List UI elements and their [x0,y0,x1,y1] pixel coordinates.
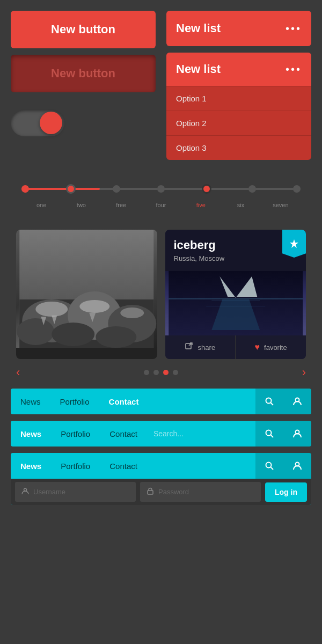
navbar-3-news[interactable]: News [11,454,51,478]
navbar-3: News Portfolio Contact [11,453,311,505]
navbar-1-news[interactable]: News [11,390,50,414]
svg-point-6 [52,323,94,346]
navbar-3-user-btn[interactable] [283,453,311,479]
list-simple[interactable]: New list ••• [166,11,311,46]
list-dropdown-dots: ••• [286,63,302,76]
toggle-thumb [40,112,62,134]
navbar-2-portfolio[interactable]: Portfolio [51,422,100,446]
navbar-1: News Portfolio Contact [11,389,311,414]
share-icon [185,342,194,353]
navbar-3-portfolio[interactable]: Portfolio [51,454,100,478]
svg-rect-14 [169,298,303,299]
secondary-button[interactable]: New button [11,55,156,92]
navbar-2-search-btn[interactable] [255,421,283,447]
list-option-1[interactable]: Option 1 [166,86,311,111]
location-card: iceberg Russia, Moscow [165,230,306,359]
slider-label-five: five [181,202,221,208]
photo-card [16,230,157,359]
navbar-1-search-btn[interactable] [255,389,283,414]
carousel-dot-1[interactable] [144,370,149,375]
svg-line-20 [271,403,274,406]
login-button[interactable]: Log in [265,482,307,502]
slider-label-free: free [101,202,141,208]
location-image [165,271,306,335]
svg-point-7 [96,326,136,348]
nav-section: News Portfolio Contact News Portfolio C [11,389,311,505]
carousel-dot-2[interactable] [153,370,159,375]
username-field[interactable] [15,482,136,502]
user-icon [21,487,29,496]
navbar-2-search-input[interactable] [147,429,255,438]
list-dropdown: New list ••• Option 1 Option 2 Option 3 [166,53,311,160]
svg-point-8 [35,302,68,317]
location-subtitle: Russia, Moscow [174,254,298,262]
svg-rect-17 [206,306,265,306]
cards-section: iceberg Russia, Moscow [11,230,311,359]
svg-point-5 [17,318,54,345]
list-dropdown-header[interactable]: New list ••• [166,53,311,86]
location-card-top: iceberg Russia, Moscow [165,230,306,271]
primary-button[interactable]: New button [11,11,156,48]
svg-line-23 [271,435,274,438]
list-dropdown-title: New list [176,62,221,76]
favorite-label: favorite [264,343,287,352]
svg-rect-29 [148,491,153,494]
svg-point-10 [120,308,144,318]
slider-label-one: one [21,202,61,208]
location-title: iceberg [174,238,298,252]
password-input[interactable] [158,488,254,496]
navbar-2-contact[interactable]: Contact [100,422,147,446]
navbar-2: News Portfolio Contact [11,421,311,447]
navbar-1-contact[interactable]: Contact [99,390,149,414]
carousel-dot-4[interactable] [173,370,178,375]
slider-label-seven: seven [261,202,301,208]
share-label: share [198,343,216,352]
username-input[interactable] [33,488,129,496]
list-option-3[interactable]: Option 3 [166,135,311,160]
navbar-3-search-btn[interactable] [255,453,283,479]
carousel-next[interactable]: › [302,365,306,379]
slider-dot-7[interactable] [293,185,301,193]
navbar-1-portfolio[interactable]: Portfolio [50,390,99,414]
slider-dot-3[interactable] [113,185,120,193]
svg-marker-11 [290,239,298,248]
slider-dot-4[interactable] [157,185,165,193]
slider-section: one two free four five six seven [11,176,311,214]
location-bookmark[interactable] [282,230,306,258]
svg-rect-16 [211,301,260,301]
navbar-3-bottom: Log in [11,479,311,505]
slider-dot-1[interactable] [21,185,29,193]
slider-label-two: two [61,202,101,208]
toggle-switch[interactable] [11,109,64,136]
svg-point-22 [266,430,272,436]
photo-card-image [16,230,157,348]
navbar-1-user-btn[interactable] [283,389,311,414]
carousel-nav: ‹ › [11,370,311,375]
carousel-prev[interactable]: ‹ [16,365,20,379]
navbar-2-user-btn[interactable] [283,421,311,447]
svg-point-19 [266,398,272,404]
svg-point-9 [79,300,109,313]
slider-dot-6[interactable] [248,185,256,193]
carousel-dot-3[interactable] [163,370,169,375]
list-option-2[interactable]: Option 2 [166,111,311,135]
navbar-3-top: News Portfolio Contact [11,453,311,479]
share-button[interactable]: share [165,335,236,359]
slider-dot-2[interactable] [66,184,76,194]
carousel-dots [144,370,178,375]
svg-point-25 [266,463,272,468]
slider-dot-5[interactable] [202,184,211,194]
slider-labels: one two free four five six seven [21,202,301,208]
list-simple-title: New list [176,21,221,35]
navbar-2-news[interactable]: News [11,422,51,446]
svg-line-26 [271,467,274,470]
slider-label-four: four [141,202,181,208]
navbar-3-contact[interactable]: Contact [100,454,147,478]
location-actions: share ♥ favorite [165,335,306,359]
heart-icon: ♥ [255,342,260,352]
favorite-button[interactable]: ♥ favorite [236,335,306,359]
lock-icon [147,487,154,496]
password-field[interactable] [140,482,261,502]
slider-label-six: six [221,202,260,208]
list-simple-dots: ••• [286,23,302,35]
